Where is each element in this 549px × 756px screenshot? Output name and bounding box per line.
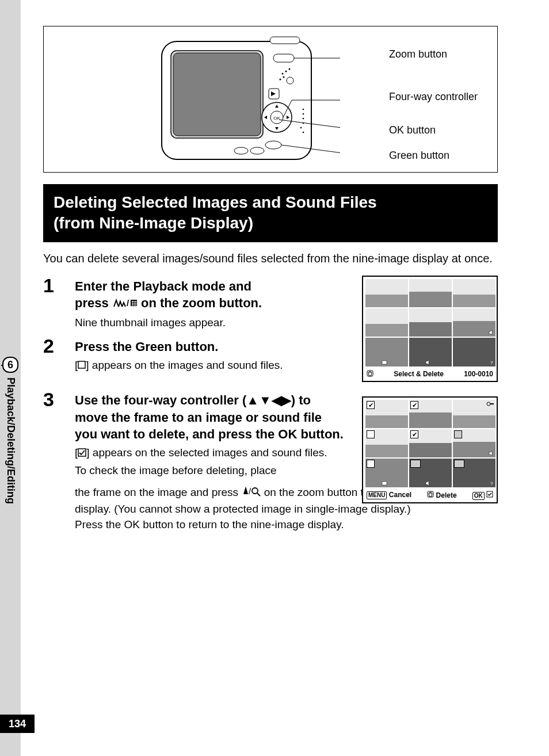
checkbox-checked-icon: ✔ — [410, 430, 418, 438]
thumbnail — [365, 338, 408, 366]
section-heading: Deleting Selected Images and Sound Files… — [43, 184, 498, 242]
thumbnail — [365, 459, 408, 487]
svg-rect-40 — [132, 301, 133, 302]
svg-point-25 — [303, 118, 304, 120]
thumbnail — [409, 308, 452, 337]
svg-point-6 — [287, 77, 293, 84]
zoom-tree-magnify-icon: / — [241, 485, 261, 501]
thumbnail: ✔ — [409, 429, 452, 457]
checkbox-grey-icon — [454, 430, 462, 438]
thumbnail — [365, 429, 408, 457]
trash-icon — [427, 491, 434, 498]
camera-diagram-box: OK Zoom button Four-way controller OK bu… — [43, 26, 498, 173]
svg-rect-44 — [134, 303, 135, 304]
thumbnail — [409, 459, 452, 487]
step-number: 2 — [43, 336, 75, 373]
callout-fourway: Four-way controller — [389, 91, 478, 103]
svg-rect-2 — [173, 53, 261, 136]
protected-key-icon — [486, 401, 494, 407]
thumbnail: ? — [453, 459, 495, 487]
svg-rect-41 — [134, 301, 135, 302]
svg-text:?: ? — [490, 360, 493, 365]
thumbnail — [409, 279, 452, 307]
svg-text:/: / — [249, 486, 251, 496]
svg-point-20 — [250, 147, 264, 154]
step-number: 3 — [43, 390, 75, 479]
chapter-number-badge: 6 — [2, 357, 18, 373]
svg-point-21 — [234, 147, 248, 154]
thumbnail — [365, 308, 408, 337]
svg-point-27 — [300, 127, 302, 129]
step1-desc: Nine thumbnail images appear. — [75, 315, 345, 331]
checkbox-empty-icon — [367, 460, 375, 468]
thumbnail — [365, 279, 408, 307]
callout-green: Green button — [389, 150, 449, 162]
zoom-out-thumbnails-icon: / — [112, 296, 138, 313]
section-heading-line1: Deleting Selected Images and Sound Files — [54, 193, 377, 211]
svg-text:OK: OK — [273, 116, 280, 121]
svg-rect-46 — [132, 304, 133, 306]
check-icon — [486, 491, 493, 498]
thumbnail: ✔ — [409, 400, 452, 428]
lcd-screenshot-1: ? Select & Delete 100-0010 — [362, 276, 498, 382]
svg-point-8 — [285, 71, 287, 72]
step2-title: Press the Green button. — [75, 338, 345, 356]
checkbox-grey-icon — [410, 460, 421, 468]
steps-container: ? Select & Delete 100-0010 ✔ ✔ ✔ ? — [43, 276, 498, 533]
movie-icon — [382, 360, 387, 365]
svg-point-9 — [289, 68, 291, 70]
svg-point-18 — [265, 141, 281, 149]
thumbnail — [453, 308, 495, 337]
callout-ok: OK button — [389, 124, 436, 136]
svg-rect-34 — [382, 482, 387, 485]
svg-point-26 — [303, 123, 304, 124]
step3-desc-d: the frame on the image and press — [75, 486, 241, 498]
camera-illustration: OK — [156, 31, 340, 168]
step1-title-c: on the zoom button. — [141, 296, 262, 310]
checkbox-empty-icon — [78, 358, 86, 373]
sound-icon — [425, 360, 431, 365]
step1-title-a: Enter the Playback mode and — [75, 279, 251, 293]
svg-line-53 — [257, 493, 260, 496]
checkbox-checked-icon: ✔ — [410, 401, 418, 409]
thumbnail — [453, 279, 495, 307]
lcd-screenshot-2: ✔ ✔ ✔ ? MENU Cancel Delete — [362, 396, 498, 503]
svg-rect-50 — [78, 449, 86, 456]
ok-button-icon: OK — [472, 492, 485, 500]
sound-icon — [425, 480, 431, 486]
screen2-cancel: Cancel — [389, 491, 411, 499]
svg-rect-49 — [78, 361, 85, 368]
chapter-title-vertical: Playback/Deleting/Editing — [5, 377, 17, 504]
svg-rect-48 — [135, 304, 136, 306]
svg-point-24 — [303, 113, 304, 115]
screen2-delete: Delete — [436, 491, 457, 499]
page-number: 134 — [0, 715, 35, 733]
checkbox-empty-icon — [367, 430, 375, 438]
svg-rect-22 — [270, 37, 300, 44]
svg-rect-29 — [382, 361, 387, 364]
thumbnail: ✔ — [365, 400, 408, 428]
callout-zoom: Zoom button — [389, 48, 447, 60]
menu-button-icon: MENU — [367, 491, 387, 499]
step1-title-b: press — [75, 296, 112, 310]
thumbnail — [453, 429, 495, 457]
page-content: OK Zoom button Four-way controller OK bu… — [43, 26, 498, 533]
step3-title: Use the four-way controller (▲▼◀▶) to mo… — [75, 392, 345, 443]
svg-rect-45 — [135, 303, 136, 304]
svg-rect-43 — [132, 303, 133, 304]
svg-text:/: / — [127, 298, 129, 308]
svg-point-32 — [487, 402, 490, 406]
svg-point-52 — [252, 488, 258, 494]
thumbnail: ? — [453, 338, 495, 366]
step3-desc-b: ] appears on the selected images and sou… — [86, 446, 327, 459]
screen1-label: Select & Delete — [394, 370, 444, 378]
help-icon: ? — [489, 480, 494, 486]
sound-icon — [489, 450, 494, 456]
svg-text:?: ? — [490, 481, 493, 486]
step3-desc-f: Press the OK button to return to the nin… — [75, 518, 344, 530]
thumbnail — [453, 400, 495, 428]
checkbox-checked-icon — [78, 446, 86, 461]
chapter-side-tab: 6 Playback/Deleting/Editing — [0, 357, 21, 504]
svg-rect-33 — [490, 403, 494, 404]
thumbnail — [409, 338, 452, 366]
